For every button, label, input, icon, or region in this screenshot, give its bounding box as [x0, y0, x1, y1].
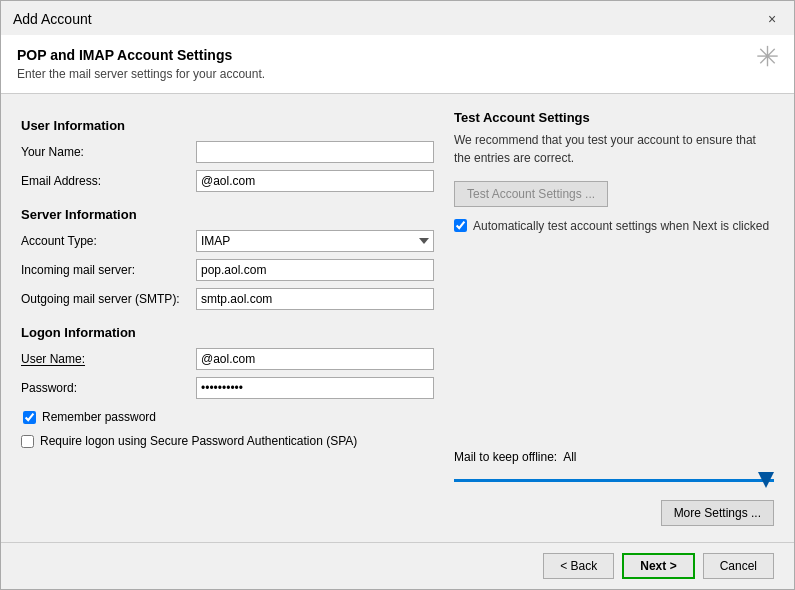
- user-info-title: User Information: [21, 118, 434, 133]
- offline-section: Mail to keep offline: All: [454, 438, 774, 490]
- remember-password-label: Remember password: [42, 410, 156, 424]
- logon-info-title: Logon Information: [21, 325, 434, 340]
- account-type-row: Account Type: IMAP POP3: [21, 230, 434, 252]
- header-text: POP and IMAP Account Settings Enter the …: [17, 47, 265, 81]
- incoming-server-label: Incoming mail server:: [21, 263, 196, 277]
- spa-checkbox[interactable]: [21, 435, 34, 448]
- main-content: User Information Your Name: Email Addres…: [1, 94, 794, 542]
- title-bar: Add Account ×: [1, 1, 794, 35]
- account-type-select[interactable]: IMAP POP3: [196, 230, 434, 252]
- your-name-row: Your Name:: [21, 141, 434, 163]
- incoming-server-row: Incoming mail server:: [21, 259, 434, 281]
- incoming-server-input[interactable]: [196, 259, 434, 281]
- remember-password-row: Remember password: [23, 410, 434, 424]
- offline-label: Mail to keep offline: All: [454, 450, 774, 464]
- server-info-title: Server Information: [21, 207, 434, 222]
- your-name-label: Your Name:: [21, 145, 196, 159]
- password-label: Password:: [21, 381, 196, 395]
- account-type-label: Account Type:: [21, 234, 196, 248]
- offline-slider-container: [454, 470, 774, 490]
- your-name-input[interactable]: [196, 141, 434, 163]
- add-account-dialog: Add Account × POP and IMAP Account Setti…: [0, 0, 795, 590]
- test-title: Test Account Settings: [454, 110, 774, 125]
- more-settings-button[interactable]: More Settings ...: [661, 500, 774, 526]
- outgoing-server-label: Outgoing mail server (SMTP):: [21, 292, 196, 306]
- cancel-button[interactable]: Cancel: [703, 553, 774, 579]
- next-button[interactable]: Next >: [622, 553, 694, 579]
- password-row: Password:: [21, 377, 434, 399]
- right-panel: Test Account Settings We recommend that …: [454, 110, 774, 526]
- header-title: POP and IMAP Account Settings: [17, 47, 265, 63]
- auto-test-checkbox[interactable]: [454, 219, 467, 232]
- wizard-icon: ✳: [748, 39, 784, 75]
- username-input[interactable]: [196, 348, 434, 370]
- spa-label: Require logon using Secure Password Auth…: [40, 434, 357, 448]
- slider-fill: [454, 479, 774, 482]
- email-address-row: Email Address:: [21, 170, 434, 192]
- outgoing-server-row: Outgoing mail server (SMTP):: [21, 288, 434, 310]
- test-account-settings-button[interactable]: Test Account Settings ...: [454, 181, 608, 207]
- dialog-title: Add Account: [13, 11, 92, 27]
- header-subtitle: Enter the mail server settings for your …: [17, 67, 265, 81]
- username-row: User Name:: [21, 348, 434, 370]
- footer: < Back Next > Cancel: [1, 542, 794, 589]
- auto-test-label: Automatically test account settings when…: [473, 217, 769, 235]
- header-section: POP and IMAP Account Settings Enter the …: [1, 35, 794, 94]
- left-panel: User Information Your Name: Email Addres…: [21, 110, 434, 526]
- username-label: User Name:: [21, 352, 196, 366]
- remember-password-checkbox[interactable]: [23, 411, 36, 424]
- password-input[interactable]: [196, 377, 434, 399]
- email-address-label: Email Address:: [21, 174, 196, 188]
- outgoing-server-input[interactable]: [196, 288, 434, 310]
- close-button[interactable]: ×: [762, 9, 782, 29]
- test-desc: We recommend that you test your account …: [454, 131, 774, 167]
- email-address-input[interactable]: [196, 170, 434, 192]
- spa-row: Require logon using Secure Password Auth…: [21, 434, 434, 448]
- more-settings-row: More Settings ...: [454, 500, 774, 526]
- auto-test-row: Automatically test account settings when…: [454, 217, 774, 235]
- back-button[interactable]: < Back: [543, 553, 614, 579]
